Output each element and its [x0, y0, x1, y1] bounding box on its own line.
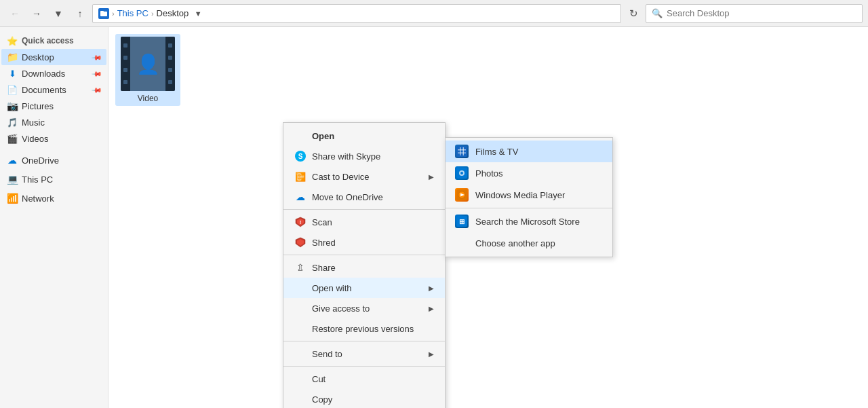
sidebar-item-onedrive[interactable]: ☁ OneDrive — [1, 152, 106, 168]
breadcrumb-desktop: Desktop — [157, 8, 189, 18]
ctx-share-skype[interactable]: S Share with Skype — [283, 146, 445, 166]
back-button[interactable]: ← — [5, 4, 24, 23]
sidebar-item-label-documents: Documents — [22, 85, 66, 95]
onedrive-ctx-icon: ☁ — [294, 191, 307, 203]
sidebar-item-label-network: Network — [22, 193, 54, 204]
film-hole — [123, 56, 127, 60]
ctx-move-onedrive[interactable]: ☁ Move to OneDrive — [283, 187, 445, 207]
sidebar-item-network[interactable]: 📶 Network — [1, 190, 106, 206]
sidebar-item-label-music: Music — [22, 117, 45, 128]
breadcrumb-dropdown[interactable]: ▼ — [191, 4, 205, 23]
submenu-wmp[interactable]: Windows Media Player — [446, 184, 612, 206]
svg-rect-8 — [458, 149, 466, 151]
sidebar-item-label-onedrive: OneDrive — [22, 155, 59, 166]
give-access-icon — [294, 302, 307, 314]
ctx-send-to-label: Send to — [312, 349, 342, 359]
submenu-photos-label: Photos — [475, 168, 502, 179]
sidebar-item-thispc[interactable]: 💻 This PC — [1, 171, 106, 187]
thispc-icon: 💻 — [7, 174, 18, 185]
ctx-shred[interactable]: Shred — [283, 232, 445, 253]
sidebar: ⭐ Quick access 📁 Desktop 📌 ⬇ Downloads 📌… — [0, 27, 108, 408]
copy-icon — [294, 393, 307, 405]
wmp-icon — [455, 188, 469, 202]
folder-icon — [98, 8, 109, 19]
svg-text:⊞: ⊞ — [459, 218, 465, 225]
file-thumbnail: 👤 — [121, 37, 175, 91]
films-tv-icon — [455, 145, 469, 158]
downloads-icon: ⬇ — [7, 68, 18, 79]
submenu-photos[interactable]: Photos — [446, 162, 612, 184]
sidebar-item-music[interactable]: 🎵 Music — [1, 114, 106, 130]
give-access-chevron: ▶ — [429, 305, 434, 312]
scan-shield-icon: ! — [294, 216, 307, 228]
dropdown-button[interactable]: ▼ — [49, 4, 68, 23]
sidebar-item-desktop[interactable]: 📁 Desktop 📌 — [1, 49, 106, 65]
film-hole — [168, 68, 172, 72]
submenu-films-tv[interactable]: Films & TV — [446, 141, 612, 162]
ctx-scan[interactable]: ! Scan — [283, 212, 445, 232]
svg-rect-1 — [100, 11, 104, 13]
breadcrumb-bar: › This PC › Desktop ▼ — [92, 4, 621, 23]
ctx-open-with[interactable]: Open with ▶ — [283, 278, 445, 298]
film-hole — [168, 43, 172, 48]
ctx-share[interactable]: ⇫ Share — [283, 257, 445, 278]
ctx-share-label: Share — [312, 263, 336, 273]
sidebar-item-documents[interactable]: 📄 Documents 📌 — [1, 81, 106, 98]
submenu-sep1 — [446, 208, 612, 208]
ctx-cut-label: Cut — [312, 374, 326, 384]
search-box[interactable]: 🔍 — [646, 4, 863, 23]
refresh-button[interactable]: ↻ — [624, 4, 643, 23]
film-figure-icon: 👤 — [136, 53, 160, 75]
sidebar-item-label-videos: Videos — [22, 134, 49, 144]
up-button[interactable]: ↑ — [71, 4, 90, 23]
file-item-video[interactable]: 👤 Video — [115, 34, 180, 106]
pictures-icon: 📷 — [7, 100, 18, 111]
ctx-cut[interactable]: Cut — [283, 369, 445, 389]
sidebar-quick-access-header: ⭐ Quick access — [1, 33, 106, 49]
ctx-cast-device[interactable]: 📴 Cast to Device ▶ — [283, 166, 445, 187]
ctx-restore[interactable]: Restore previous versions — [283, 318, 445, 339]
sidebar-item-videos[interactable]: 🎬 Videos — [1, 130, 106, 147]
breadcrumb-sep2: › — [151, 10, 154, 18]
search-icon: 🔍 — [652, 8, 663, 18]
network-icon: 📶 — [7, 193, 18, 204]
submenu-store-label: Search the Microsoft Store — [475, 217, 580, 227]
send-to-icon — [294, 348, 307, 360]
ctx-cast-device-label: Cast to Device — [312, 172, 370, 182]
store-icon: ⊞ — [455, 215, 469, 228]
submenu-another-app[interactable]: Choose another app — [446, 232, 612, 254]
submenu-wmp-label: Windows Media Player — [475, 190, 565, 200]
shred-shield-icon — [294, 236, 307, 248]
restore-icon — [294, 322, 307, 335]
sidebar-item-label-quick-access: Quick access — [22, 36, 74, 45]
svg-rect-10 — [460, 147, 461, 155]
breadcrumb-thispc[interactable]: This PC — [117, 8, 149, 18]
cast-icon: 📴 — [294, 170, 307, 183]
forward-button[interactable]: → — [27, 4, 46, 23]
ctx-copy[interactable]: Copy — [283, 389, 445, 408]
ctx-open-with-label: Open with — [312, 283, 352, 293]
ctx-sep3 — [283, 341, 445, 341]
videos-icon: 🎬 — [7, 133, 18, 144]
submenu-store[interactable]: ⊞ Search the Microsoft Store — [446, 210, 612, 232]
file-label: Video — [138, 94, 158, 103]
film-hole — [123, 68, 127, 72]
svg-point-14 — [460, 172, 463, 174]
pin-icon-desktop: 📌 — [92, 52, 102, 62]
desktop-icon: 📁 — [7, 52, 18, 62]
cut-icon — [294, 373, 307, 385]
search-input[interactable] — [667, 8, 856, 18]
quick-access-icon: ⭐ — [7, 35, 18, 46]
ctx-open[interactable]: Open — [283, 126, 445, 146]
submenu-open-with: Films & TV Photos — [445, 137, 613, 257]
sidebar-item-pictures[interactable]: 📷 Pictures — [1, 98, 106, 114]
another-app-icon — [455, 236, 469, 250]
sidebar-item-downloads[interactable]: ⬇ Downloads 📌 — [1, 65, 106, 81]
ctx-share-skype-label: Share with Skype — [312, 151, 380, 162]
open-with-chevron: ▶ — [429, 284, 434, 292]
ctx-give-access[interactable]: Give access to ▶ — [283, 298, 445, 318]
documents-icon: 📄 — [7, 84, 18, 95]
ctx-send-to[interactable]: Send to ▶ — [283, 344, 445, 364]
onedrive-icon: ☁ — [7, 155, 18, 166]
film-hole — [123, 43, 127, 48]
